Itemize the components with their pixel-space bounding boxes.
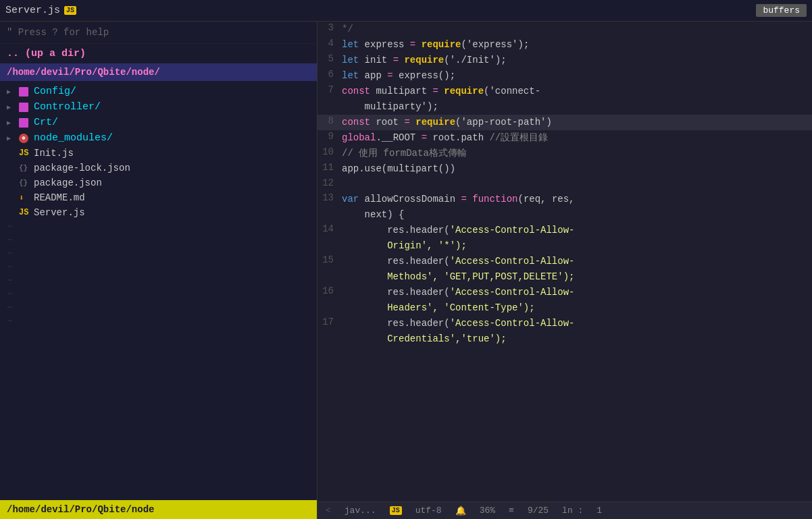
sidebar-item-label: node_modules/ bbox=[34, 132, 113, 144]
code-line: 7 const multipart = require('connect- bbox=[318, 84, 812, 99]
code-line: 4 let express = require('express'); bbox=[318, 37, 812, 53]
code-line: 8 const root = require('app-root-path') bbox=[318, 115, 812, 130]
status-left-arrow: < bbox=[326, 506, 331, 516]
sidebar-up-dir[interactable]: .. (up a dir) bbox=[0, 44, 317, 63]
tilde-line: ~ bbox=[0, 247, 317, 261]
status-lines-icon: ≡ bbox=[509, 506, 514, 516]
code-line: 14 res.header('Access-Control-Allow- bbox=[318, 223, 812, 238]
npm-icon: ⊛ bbox=[19, 134, 28, 143]
status-bar: < jav... JS utf-8 🔔 36% ≡ 9/25 ln : 1 bbox=[318, 501, 812, 519]
code-line: 11 app.use(multipart()) bbox=[318, 161, 812, 177]
arrow-icon: ▶ bbox=[7, 103, 14, 111]
list-item[interactable]: ▶ Controller/ bbox=[0, 99, 317, 115]
code-line: 3 */ bbox=[318, 22, 812, 37]
sidebar-item-label: Controller/ bbox=[34, 101, 101, 113]
title-bar-left: Server.js JS bbox=[5, 5, 76, 16]
folder-icon bbox=[19, 87, 28, 97]
code-line: Headers', 'Content-Type'); bbox=[318, 300, 812, 316]
tilde-line: ~ bbox=[0, 301, 317, 315]
sidebar-help-text: " Press ? for help bbox=[0, 22, 317, 44]
code-line: 5 let init = require('./Init'); bbox=[318, 53, 812, 68]
tilde-line: ~ bbox=[0, 261, 317, 274]
code-line: Origin', '*'); bbox=[318, 238, 812, 254]
list-item[interactable]: ▶ {} package.json bbox=[0, 175, 317, 190]
tilde-line: ~ bbox=[0, 288, 317, 301]
sidebar-current-dir[interactable]: /home/devil/Pro/Qbite/node/ bbox=[0, 63, 317, 81]
sidebar-item-label: Crt/ bbox=[34, 117, 58, 128]
sidebar-item-label: README.md bbox=[34, 192, 85, 203]
code-line: multiparty'); bbox=[318, 99, 812, 115]
tilde-line: ~ bbox=[0, 234, 317, 247]
list-item[interactable]: ▶ Crt/ bbox=[0, 115, 317, 130]
code-area: 3 */ 4 let express = require('express');… bbox=[318, 22, 812, 501]
js-file-icon: JS bbox=[19, 208, 28, 217]
code-line: 13 var allowCrossDomain = function(req, … bbox=[318, 192, 812, 207]
sidebar-item-label: Init.js bbox=[34, 148, 74, 159]
list-item[interactable]: ▶ ⬇ README.md bbox=[0, 190, 317, 205]
list-item[interactable]: ▶ JS Server.js bbox=[0, 205, 317, 220]
status-bell-icon: 🔔 bbox=[455, 506, 466, 516]
arrow-icon: ▶ bbox=[7, 134, 14, 142]
code-line: 17 res.header('Access-Control-Allow- bbox=[318, 316, 812, 331]
sidebar-items: ▶ Config/ ▶ Controller/ ▶ Crt/ ▶ ⊛ node_… bbox=[0, 81, 317, 500]
filename-label: Server.js bbox=[5, 5, 60, 16]
tilde-line: ~ bbox=[0, 274, 317, 288]
code-line: next) { bbox=[318, 207, 812, 223]
code-editor[interactable]: 3 */ 4 let express = require('express');… bbox=[318, 22, 812, 519]
sidebar-item-label: package-lock.json bbox=[34, 163, 130, 173]
sidebar-item-label: Server.js bbox=[34, 207, 85, 218]
code-line: 15 res.header('Access-Control-Allow- bbox=[318, 254, 812, 269]
code-line: Credentials','true'); bbox=[318, 331, 812, 347]
sidebar-bottom-path: /home/devil/Pro/Qbite/node bbox=[0, 500, 317, 519]
sidebar: " Press ? for help .. (up a dir) /home/d… bbox=[0, 22, 318, 519]
sidebar-item-label: package.json bbox=[34, 177, 102, 188]
js-badge: JS bbox=[64, 6, 76, 15]
json-file-icon: {} bbox=[19, 164, 28, 172]
folder-icon bbox=[19, 103, 28, 112]
status-lang-badge: JS bbox=[390, 506, 402, 515]
tilde-line: ~ bbox=[0, 315, 317, 328]
folder-icon bbox=[19, 118, 28, 128]
status-col: 1 bbox=[597, 506, 602, 516]
code-line: 9 global.__ROOT = root.path //設置根目錄 bbox=[318, 130, 812, 146]
status-ln: ln : bbox=[562, 506, 583, 516]
title-bar: Server.js JS buffers bbox=[0, 0, 812, 22]
code-line: 12 bbox=[318, 177, 812, 192]
arrow-icon: ▶ bbox=[7, 88, 14, 96]
status-encoding: utf-8 bbox=[415, 506, 442, 516]
list-item[interactable]: ▶ JS Init.js bbox=[0, 146, 317, 161]
status-zoom: 36% bbox=[480, 506, 495, 516]
json-file-icon: {} bbox=[19, 179, 28, 187]
tilde-line: ~ bbox=[0, 220, 317, 234]
js-file-icon: JS bbox=[19, 148, 28, 158]
code-line: 6 let app = express(); bbox=[318, 68, 812, 84]
list-item[interactable]: ▶ {} package-lock.json bbox=[0, 161, 317, 175]
list-item[interactable]: ▶ Config/ bbox=[0, 84, 317, 99]
arrow-icon: ▶ bbox=[7, 119, 14, 127]
list-item[interactable]: ▶ ⊛ node_modules/ bbox=[0, 130, 317, 146]
status-lang: jav... bbox=[345, 506, 376, 516]
sidebar-item-label: Config/ bbox=[34, 86, 76, 97]
status-position: 9/25 bbox=[528, 506, 549, 516]
md-file-icon: ⬇ bbox=[19, 193, 28, 203]
code-line: 10 // 使用 formData格式傳輸 bbox=[318, 146, 812, 161]
buffers-button[interactable]: buffers bbox=[756, 4, 807, 17]
code-line: Methods', 'GET,PUT,POST,DELETE'); bbox=[318, 269, 812, 285]
code-line: 16 res.header('Access-Control-Allow- bbox=[318, 285, 812, 300]
main-content: " Press ? for help .. (up a dir) /home/d… bbox=[0, 22, 812, 519]
